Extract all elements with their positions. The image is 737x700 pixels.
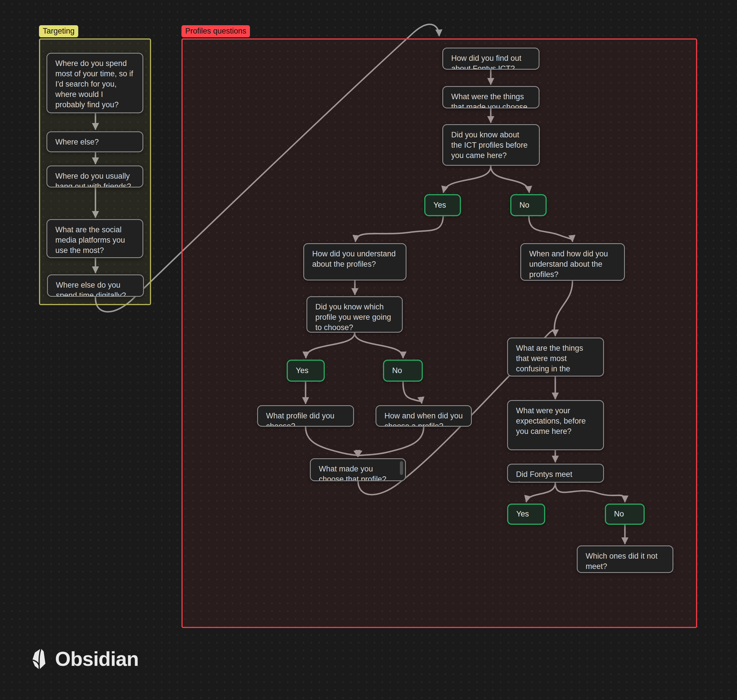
canvas-node-P10[interactable]: When and how did you understand about th…	[520, 243, 625, 281]
canvas-node-P4[interactable]: How did you understand about the profile…	[303, 243, 407, 281]
canvas-node-T4[interactable]: What are the social media platforms you …	[47, 219, 143, 258]
obsidian-logo: Obsidian	[31, 647, 138, 671]
canvas-group-profiles[interactable]	[182, 38, 697, 628]
node-text: When and how did you understand about th…	[529, 250, 608, 279]
canvas-node-P5[interactable]: Did you know which profile you were goin…	[307, 296, 403, 333]
node-text: What profile did you choose?	[266, 412, 335, 427]
obsidian-wordmark: Obsidian	[55, 647, 138, 671]
canvas-node-T1[interactable]: Where do you spend most of your time, so…	[47, 53, 143, 113]
canvas-node-P12[interactable]: Did Fontys meet them?	[507, 464, 604, 482]
node-text: Which ones did it not meet?	[586, 552, 658, 571]
node-text: What were your expectations, before you …	[516, 406, 586, 435]
node-text: How did you understand about the profile…	[312, 250, 396, 268]
node-text: Did you know about the ICT profiles befo…	[451, 131, 528, 160]
node-text: How did you find out about Fontys ICT?	[451, 54, 521, 70]
canvas-node-T3[interactable]: Where do you usually hang out with frien…	[47, 165, 143, 188]
node-text: What made you choose that profile?	[319, 465, 386, 481]
obsidian-gem-icon	[31, 648, 48, 670]
canvas-node-P3[interactable]: Did you know about the ICT profiles befo…	[442, 124, 540, 166]
node-text: Did you know which profile you were goin…	[315, 303, 391, 332]
canvas-node-answer-N1[interactable]: No	[510, 194, 547, 216]
node-text: No	[392, 366, 402, 376]
node-text: Yes	[433, 200, 446, 210]
canvas-node-answer-Y1[interactable]: Yes	[424, 194, 461, 216]
canvas-node-T5[interactable]: Where else do you spend time digitally?	[47, 274, 144, 297]
node-text: Yes	[296, 366, 308, 376]
node-text: Where else do you spend time digitally?	[56, 281, 126, 297]
obsidian-canvas[interactable]: TargetingProfiles questions Where do you…	[0, 0, 737, 700]
node-text: Did Fontys meet them?	[516, 470, 573, 482]
node-text: No	[520, 200, 530, 210]
canvas-node-answer-N3[interactable]: No	[605, 504, 645, 525]
canvas-node-P11[interactable]: What were your expectations, before you …	[507, 400, 604, 450]
node-text: Where else?	[55, 138, 99, 146]
node-text: What were the things that made you choos…	[451, 92, 527, 109]
canvas-node-P7[interactable]: How and when did you choose a profile?	[376, 405, 472, 427]
node-text: Yes	[516, 509, 529, 519]
canvas-node-P13[interactable]: Which ones did it not meet?	[577, 546, 673, 573]
canvas-node-P1[interactable]: How did you find out about Fontys ICT?	[442, 48, 539, 70]
canvas-node-answer-N2[interactable]: No	[383, 360, 423, 382]
node-text: Where do you spend most of your time, so…	[55, 59, 133, 109]
group-label-profiles[interactable]: Profiles questions	[182, 25, 250, 37]
canvas-node-P9[interactable]: What are the things that were most confu…	[507, 338, 604, 376]
group-label-targeting[interactable]: Targeting	[39, 25, 78, 37]
canvas-node-P6[interactable]: What profile did you choose?	[257, 405, 354, 427]
node-text: How and when did you choose a profile?	[385, 412, 462, 427]
canvas-node-answer-Y3[interactable]: Yes	[507, 504, 545, 525]
canvas-node-P8[interactable]: What made you choose that profile?	[310, 458, 406, 481]
node-text: What are the social media platforms you …	[55, 225, 125, 254]
canvas-node-answer-Y2[interactable]: Yes	[287, 360, 325, 382]
canvas-node-T2[interactable]: Where else?	[47, 131, 143, 152]
node-text: No	[614, 509, 624, 519]
canvas-node-P2[interactable]: What were the things that made you choos…	[442, 86, 539, 109]
node-text: Where do you usually hang out with frien…	[55, 172, 131, 188]
node-scrollbar[interactable]	[400, 461, 403, 475]
node-text: What are the things that were most confu…	[516, 344, 583, 376]
